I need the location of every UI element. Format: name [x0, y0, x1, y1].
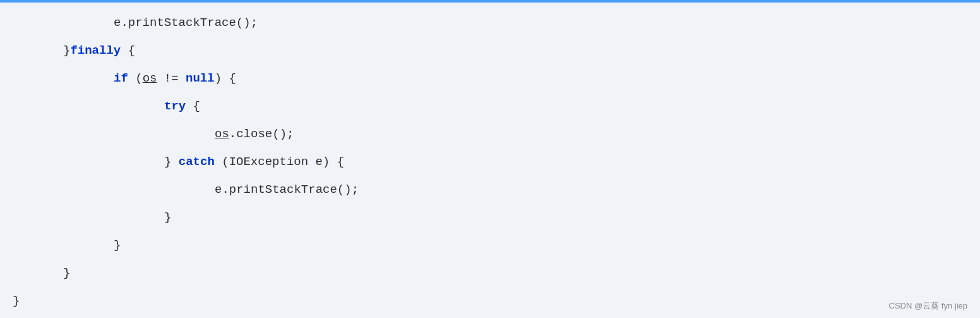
- code-text: }: [63, 37, 70, 64]
- code-text: }: [13, 287, 20, 315]
- code-area: e.printStackTrace(); }finally { if (os !…: [0, 3, 980, 318]
- code-line-8: }: [13, 204, 967, 231]
- code-text: }: [114, 231, 121, 259]
- code-line-10: }: [13, 259, 967, 287]
- keyword-finally: finally: [70, 37, 121, 64]
- code-text: }: [164, 204, 171, 231]
- code-line-3: if (os != null) {: [13, 64, 967, 92]
- code-line-4: try {: [13, 92, 967, 120]
- code-text: }: [164, 148, 179, 176]
- var-os-1: os: [143, 64, 157, 92]
- code-text: {: [121, 37, 135, 64]
- watermark: CSDN @云葵 fyn jiep: [889, 300, 967, 312]
- keyword-if: if: [114, 64, 128, 92]
- code-text: (IOException e) {: [215, 148, 344, 176]
- keyword-try: try: [164, 92, 186, 120]
- code-text: (: [128, 64, 143, 92]
- code-line-7: e.printStackTrace();: [13, 176, 967, 204]
- code-container: e.printStackTrace(); }finally { if (os !…: [0, 0, 980, 318]
- code-line-9: }: [13, 231, 967, 259]
- code-line-5: os.close();: [13, 120, 967, 148]
- code-line-1: e.printStackTrace();: [13, 9, 967, 37]
- code-text: e.printStackTrace();: [215, 176, 359, 204]
- code-line-2: }finally {: [13, 37, 967, 64]
- code-text: ) {: [215, 64, 236, 92]
- code-text: {: [186, 92, 200, 120]
- keyword-catch: catch: [179, 148, 215, 176]
- code-line-6: } catch (IOException e) {: [13, 148, 967, 176]
- code-text: }: [63, 259, 70, 287]
- code-text: !=: [157, 64, 186, 92]
- code-line-11: }: [13, 287, 967, 315]
- code-text: .close();: [229, 120, 294, 148]
- code-text: e.printStackTrace();: [114, 9, 258, 37]
- keyword-null: null: [186, 64, 215, 92]
- var-os-2: os: [215, 120, 229, 148]
